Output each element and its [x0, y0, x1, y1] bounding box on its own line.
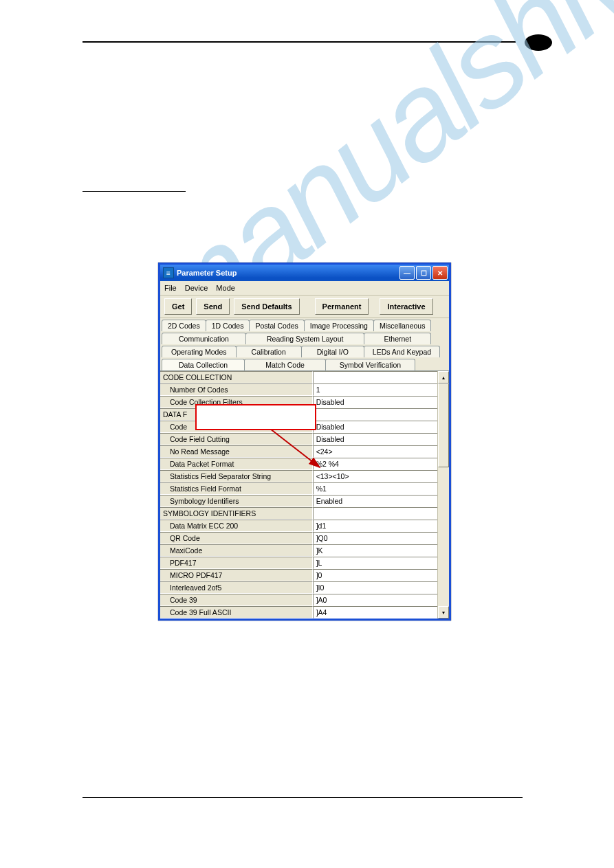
grid-row: MaxiCode]K	[160, 544, 437, 557]
grid-value[interactable]	[313, 507, 437, 520]
tab-calibration[interactable]: Calibration	[236, 346, 302, 357]
scroll-up-icon[interactable]: ▴	[438, 371, 449, 383]
top-rule	[83, 41, 516, 43]
tab-leds-keypad[interactable]: LEDs And Keypad	[364, 346, 440, 357]
titlebar[interactable]: ≡ Parameter Setup — ☐ ✕	[160, 265, 449, 281]
grid-label: Data Packet Format	[160, 458, 313, 470]
grid-label: PDF417	[160, 557, 313, 569]
grid-value[interactable]: ]K	[313, 544, 437, 557]
parameter-setup-window: ≡ Parameter Setup — ☐ ✕ File Device Mode…	[158, 263, 451, 621]
grid-value[interactable]: <13><10>	[313, 470, 437, 482]
tab-symbol-verification[interactable]: Symbol Verification	[325, 359, 415, 370]
grid-value[interactable]: ]0	[313, 569, 437, 581]
grid-label: QR Code	[160, 532, 313, 544]
grid-label: MICRO PDF417	[160, 569, 313, 581]
grid-value[interactable]: %1	[313, 482, 437, 495]
grid-row: Code 39 Full ASCII]A4	[160, 606, 437, 619]
menu-device[interactable]: Device	[185, 284, 208, 292]
grid-row: Symbology IdentifiersEnabled	[160, 495, 437, 507]
grid-label: CODE COLLECTION	[160, 371, 313, 383]
tab-ethernet[interactable]: Ethernet	[364, 333, 431, 344]
grid-label: Statistics Field Format	[160, 482, 313, 495]
menu-mode[interactable]: Mode	[216, 284, 235, 292]
tabstrip-row1: 2D Codes 1D Codes Postal Codes Image Pro…	[160, 318, 449, 331]
grid-value[interactable]: Disabled	[313, 433, 437, 445]
grid-header-row: CODE COLLECTION	[160, 371, 437, 383]
grid-label: MaxiCode	[160, 544, 313, 557]
grid-value[interactable]: ]A0	[313, 594, 437, 606]
grid-value[interactable]	[313, 408, 437, 421]
grid-label: SYMBOLOGY IDENTIFIERS	[160, 507, 313, 520]
grid-header-row: SYMBOLOGY IDENTIFIERS	[160, 507, 437, 520]
vertical-scrollbar[interactable]: ▴ ▾	[437, 371, 449, 619]
menu-file[interactable]: File	[164, 284, 177, 292]
app-icon: ≡	[163, 267, 174, 278]
maximize-button[interactable]: ☐	[416, 266, 431, 280]
tabstrip-row4: Data Collection Match Code Symbol Verifi…	[160, 357, 449, 370]
toolbar: Get Send Send Defaults Permanent Interac…	[160, 296, 449, 318]
tab-image-processing[interactable]: Image Processing	[304, 320, 374, 331]
tabstrip-row2: Communication Reading System Layout Ethe…	[160, 331, 449, 344]
grid-value[interactable]: ]Q0	[313, 532, 437, 544]
grid-value[interactable]: ]L	[313, 557, 437, 569]
grid-row: PDF417]L	[160, 557, 437, 569]
tab-miscellaneous[interactable]: Miscellaneous	[373, 320, 432, 331]
underline-rule	[83, 191, 186, 192]
grid-row: Code Field CuttingDisabled	[160, 433, 437, 445]
grid-label: Symbology Identifiers	[160, 495, 313, 507]
grid-row: No Read Message<24>	[160, 445, 437, 458]
grid-value[interactable]: <24>	[313, 445, 437, 458]
grid-value[interactable]: ]I0	[313, 581, 437, 594]
page-bullet	[525, 34, 552, 51]
grid-value[interactable]: Disabled	[313, 396, 437, 408]
grid-label: Code 39 Full ASCII	[160, 606, 313, 619]
grid-label: Number Of Codes	[160, 383, 313, 396]
tab-2d-codes[interactable]: 2D Codes	[162, 320, 206, 331]
tabstrip-row3: Operating Modes Calibration Digital I/O …	[160, 344, 449, 357]
close-button[interactable]: ✕	[432, 266, 448, 280]
tab-communication[interactable]: Communication	[162, 333, 246, 344]
scroll-down-icon[interactable]: ▾	[438, 606, 449, 619]
grid-row: Statistics Field Format%1	[160, 482, 437, 495]
tab-match-code[interactable]: Match Code	[244, 359, 326, 370]
grid-label: Code 39	[160, 594, 313, 606]
grid-row: Number Of Codes1	[160, 383, 437, 396]
tab-digital-io[interactable]: Digital I/O	[301, 346, 364, 357]
grid-row: Statistics Field Separator String<13><10…	[160, 470, 437, 482]
grid-label: Statistics Field Separator String	[160, 470, 313, 482]
grid-label: Code Field Cutting	[160, 433, 313, 445]
send-defaults-button[interactable]: Send Defaults	[234, 298, 299, 315]
minimize-button[interactable]: —	[399, 266, 415, 280]
grid-row: Data Packet Format%2 %4	[160, 458, 437, 470]
tab-reading-system-layout[interactable]: Reading System Layout	[245, 333, 364, 344]
menubar: File Device Mode	[160, 281, 449, 296]
tab-data-collection[interactable]: Data Collection	[162, 359, 245, 370]
grid-value[interactable]: Enabled	[313, 495, 437, 507]
scroll-track[interactable]	[438, 467, 449, 606]
grid-row: MICRO PDF417]0	[160, 569, 437, 581]
grid-row: QR Code]Q0	[160, 532, 437, 544]
grid-value[interactable]: 1	[313, 383, 437, 396]
grid-value[interactable]: ]A4	[313, 606, 437, 619]
grid-row: Interleaved 2of5]I0	[160, 581, 437, 594]
scroll-thumb[interactable]	[438, 383, 449, 467]
bottom-rule	[83, 797, 523, 798]
tab-1d-codes[interactable]: 1D Codes	[206, 320, 250, 331]
grid-label: No Read Message	[160, 445, 313, 458]
grid-value[interactable]	[313, 371, 437, 383]
grid-value[interactable]: ]d1	[313, 520, 437, 532]
tab-operating-modes[interactable]: Operating Modes	[162, 346, 237, 357]
window-title: Parameter Setup	[177, 269, 237, 277]
grid-value[interactable]: %2 %4	[313, 458, 437, 470]
highlight-box	[195, 404, 316, 430]
grid-label: Data Matrix ECC 200	[160, 520, 313, 532]
grid-label: Interleaved 2of5	[160, 581, 313, 594]
get-button[interactable]: Get	[164, 298, 192, 315]
grid-value[interactable]: Disabled	[313, 421, 437, 433]
grid-row: Data Matrix ECC 200]d1	[160, 520, 437, 532]
tab-postal-codes[interactable]: Postal Codes	[249, 320, 304, 331]
grid-row: Code 39]A0	[160, 594, 437, 606]
permanent-button[interactable]: Permanent	[315, 298, 369, 315]
send-button[interactable]: Send	[196, 298, 230, 315]
interactive-button[interactable]: Interactive	[380, 298, 432, 315]
